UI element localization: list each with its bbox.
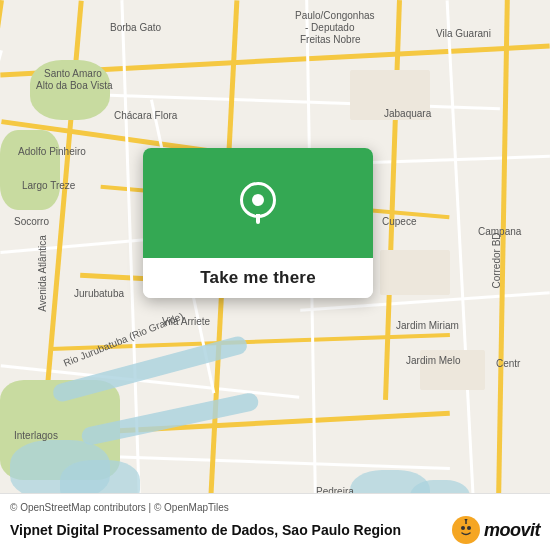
take-me-there-button[interactable]: Take me there [200, 268, 316, 288]
svg-point-1 [461, 526, 465, 530]
destination-card: Take me there [143, 148, 373, 298]
copyright-symbol-2: © [154, 502, 161, 513]
svg-point-2 [467, 526, 471, 530]
card-button-section: Take me there [143, 258, 373, 298]
moovit-svg [455, 519, 477, 541]
moovit-logo: moovit [452, 516, 540, 544]
copyright-symbol: © [10, 502, 17, 513]
attribution: © OpenStreetMap contributors | © OpenMap… [10, 502, 540, 513]
osm-attribution: OpenStreetMap contributors | [20, 502, 154, 513]
moovit-text: moovit [484, 520, 540, 541]
bottom-bar: © OpenStreetMap contributors | © OpenMap… [0, 493, 550, 550]
location-pin-icon [240, 182, 276, 224]
place-title: Vipnet Digital Processamento de Dados, S… [10, 522, 442, 538]
map-container: Borba Gato Paulo/Congonhas - Deputado Fr… [0, 0, 550, 550]
omt-attribution: OpenMapTiles [164, 502, 229, 513]
card-map-preview [143, 148, 373, 258]
title-line: Vipnet Digital Processamento de Dados, S… [10, 516, 540, 544]
moovit-face-icon [452, 516, 480, 544]
